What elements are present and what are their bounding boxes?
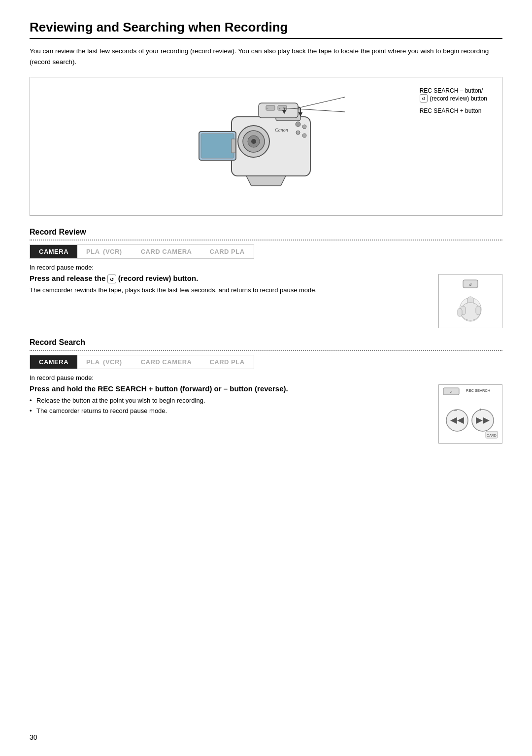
record-search-bullet-list: Release the button at the point you wish… — [30, 396, 424, 416]
record-review-instruction-content: Press and release the ↺ (record review) … — [30, 274, 424, 300]
camcorder-diagram: Canon – + — [30, 77, 502, 216]
record-search-title: Record Search — [30, 338, 502, 347]
svg-text:▶▶: ▶▶ — [476, 415, 490, 425]
svg-point-15 — [296, 122, 300, 127]
svg-rect-13 — [201, 134, 234, 158]
diagram-label-2: REC SEARCH + button — [420, 107, 487, 114]
diagram-labels-container: REC SEARCH – button/ ↺ (record review) b… — [420, 87, 487, 114]
svg-text:REC SEARCH: REC SEARCH — [466, 388, 490, 393]
svg-point-17 — [296, 131, 300, 135]
record-search-svg: ↺ REC SEARCH ◀◀ ▶▶ + – CARD — [442, 387, 499, 441]
in-record-mode-text-1: In record pause mode: — [30, 264, 502, 271]
mode-btn-play-vcr-2: PLA (VCR) — [77, 355, 131, 369]
page-title: Reviewing and Searching when Recording — [30, 20, 502, 39]
svg-rect-30 — [476, 306, 481, 315]
page-number: 30 — [30, 733, 37, 741]
record-search-instruction-content: Press and hold the REC SEARCH + button (… — [30, 384, 424, 416]
record-review-instruction-row: Press and release the ↺ (record review) … — [30, 274, 502, 328]
record-review-svg: ↺ — [446, 279, 495, 323]
svg-text:CARD: CARD — [487, 434, 497, 437]
svg-text:+: + — [479, 407, 482, 412]
record-review-mode-bar: CAMERA PLA (VCR) CARD CAMERA CARD PLA — [30, 244, 254, 259]
record-review-button-diagram: ↺ — [438, 274, 502, 328]
mode-btn-play-vcr-1: PLA (VCR) — [77, 245, 131, 258]
mode-btn-card-play-2: CARD PLA — [200, 355, 253, 369]
section-rule-2 — [30, 350, 502, 351]
diagram-label-1-text: REC SEARCH – button/ ↺ (record review) b… — [420, 87, 487, 103]
mode-bar-inner-1: CAMERA PLA (VCR) CARD CAMERA CARD PLA — [30, 245, 254, 258]
record-search-mode-bar: CAMERA PLA (VCR) CARD CAMERA CARD PLA — [30, 355, 254, 369]
svg-text:◀◀: ◀◀ — [450, 415, 464, 425]
record-review-instruction-bold: Press and release the ↺ (record review) … — [30, 274, 424, 282]
svg-marker-23 — [246, 176, 286, 186]
diagram-label-1: REC SEARCH – button/ ↺ (record review) b… — [420, 87, 487, 103]
record-review-title: Record Review — [30, 228, 502, 237]
record-review-instruction-text: The camcorder rewinds the tape, plays ba… — [30, 285, 345, 296]
record-search-instruction-row: Press and hold the REC SEARCH + button (… — [30, 384, 502, 444]
record-search-instruction-bold: Press and hold the REC SEARCH + button (… — [30, 384, 424, 393]
mode-btn-camera-2: CAMERA — [30, 355, 77, 369]
camcorder-illustration: Canon – + — [182, 87, 350, 206]
mode-bar-inner-2: CAMERA PLA (VCR) CARD CAMERA CARD PLA — [30, 355, 254, 369]
diagram-label-2-text: REC SEARCH + button — [420, 107, 482, 114]
svg-rect-14 — [232, 139, 235, 153]
record-review-section: Record Review CAMERA PLA (VCR) CARD CAME… — [30, 228, 502, 328]
svg-rect-31 — [458, 309, 462, 316]
section-rule-1 — [30, 240, 502, 241]
record-search-bullet-1: Release the button at the point you wish… — [30, 396, 424, 406]
mode-btn-card-play-1: CARD PLA — [200, 245, 253, 258]
record-search-button-diagram: ↺ REC SEARCH ◀◀ ▶▶ + – CARD — [438, 384, 502, 444]
mode-btn-camera-1: CAMERA — [30, 245, 77, 258]
in-record-mode-text-2: In record pause mode: — [30, 374, 502, 381]
record-search-bullet-2: The camcorder returns to record pause mo… — [30, 406, 424, 416]
svg-text:Canon: Canon — [275, 127, 288, 133]
svg-text:↺: ↺ — [469, 282, 472, 287]
svg-text:+: + — [279, 107, 281, 110]
record-search-section: Record Search CAMERA PLA (VCR) CARD CAME… — [30, 338, 502, 444]
svg-text:↺: ↺ — [450, 390, 452, 394]
svg-point-4 — [251, 139, 256, 144]
mode-btn-card-camera-2: CARD CAMERA — [132, 355, 201, 369]
mode-btn-card-camera-1: CARD CAMERA — [132, 245, 201, 258]
svg-text:–: – — [454, 407, 457, 412]
svg-point-16 — [302, 125, 306, 129]
intro-paragraph: You can review the last few seconds of y… — [30, 46, 502, 67]
svg-line-21 — [298, 97, 345, 108]
svg-point-18 — [302, 134, 306, 137]
